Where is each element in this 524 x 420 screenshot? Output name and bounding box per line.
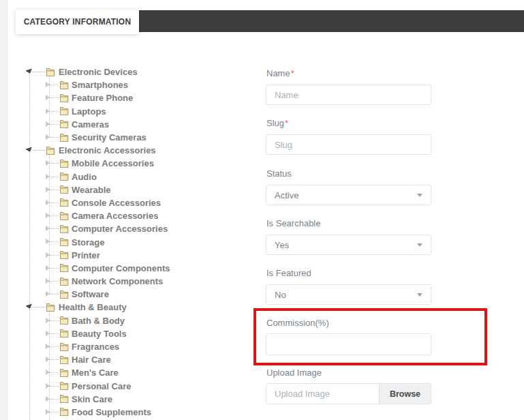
tree-node-label[interactable]: Software	[72, 290, 109, 299]
upload-image-input[interactable]	[266, 384, 379, 404]
expand-triangle-icon[interactable]	[46, 331, 50, 336]
tree-node-label[interactable]: Electronic Devices	[59, 68, 138, 76]
expand-triangle-icon[interactable]	[46, 278, 50, 284]
tree-node-label[interactable]: Console Accessories	[72, 198, 161, 207]
expand-triangle-icon[interactable]	[46, 409, 50, 415]
tree-node-label[interactable]: Computer Accessories	[72, 224, 168, 233]
tree-node[interactable]: Audio	[25, 170, 243, 183]
expand-triangle-icon[interactable]	[46, 239, 50, 244]
tree-node[interactable]: Software	[25, 288, 243, 301]
tree-node-label[interactable]: Security Cameras	[72, 133, 147, 142]
tree-node[interactable]: Security Cameras	[25, 131, 243, 144]
tree-node[interactable]: Men's Care	[25, 366, 243, 379]
tree-node[interactable]: Laptops	[25, 105, 243, 118]
tree-node-root[interactable]: Electronic Devices	[25, 65, 243, 78]
expand-triangle-icon[interactable]	[46, 291, 50, 297]
tree-node-label[interactable]: Smartphones	[72, 80, 128, 89]
folder-icon	[59, 407, 69, 417]
tree-node[interactable]: Hair Care	[25, 353, 243, 366]
name-input[interactable]	[266, 85, 431, 105]
tree-node-label[interactable]: Camera Accessories	[72, 211, 158, 220]
expand-triangle-icon[interactable]	[46, 265, 50, 271]
tree-node[interactable]: Beauty Tools	[25, 327, 243, 340]
expand-triangle-icon[interactable]	[46, 134, 50, 140]
expand-triangle-icon[interactable]	[46, 357, 50, 362]
expand-triangle-icon[interactable]	[46, 82, 50, 87]
expand-triangle-icon[interactable]	[46, 226, 50, 231]
tree-node-label[interactable]: Bath & Body	[72, 316, 125, 325]
tree-node-label[interactable]: Mobile Accessories	[72, 159, 154, 168]
tree-node[interactable]: Skin Care	[25, 393, 243, 406]
tree-node[interactable]: Food Supplements	[25, 406, 243, 419]
tree-node[interactable]: Fragrances	[25, 340, 243, 353]
browse-button[interactable]: Browse	[379, 384, 431, 404]
expand-triangle-icon[interactable]	[46, 200, 50, 205]
tree-node-label[interactable]: Computer Components	[72, 264, 170, 273]
tree-node-label[interactable]: Audio	[72, 172, 97, 181]
tree-node[interactable]: Storage	[25, 235, 243, 248]
expand-triangle-icon[interactable]	[46, 252, 50, 258]
tree-node[interactable]: Network Components	[25, 275, 243, 288]
connector-line	[49, 111, 59, 112]
connector-line	[49, 97, 59, 98]
tree-node[interactable]: Feature Phone	[25, 91, 243, 104]
expand-triangle-icon[interactable]	[46, 318, 50, 323]
expand-triangle-icon[interactable]	[46, 344, 50, 349]
tree-node[interactable]: Console Accessories	[25, 196, 243, 209]
expand-triangle-icon[interactable]	[46, 370, 50, 375]
expand-triangle-icon[interactable]	[46, 174, 50, 179]
expand-triangle-icon[interactable]	[46, 213, 50, 218]
tree-node-label[interactable]: Food Supplements	[72, 408, 151, 417]
expand-triangle-icon[interactable]	[46, 95, 50, 100]
tree-node-label[interactable]: Men's Care	[72, 368, 119, 377]
tree-node-root[interactable]: Electronic Accessories	[25, 144, 243, 157]
folder-icon	[59, 263, 69, 273]
tree-node-root[interactable]: Health & Beauty	[25, 301, 243, 314]
tab-category-information[interactable]: CATEGORY INFORMATION	[16, 10, 139, 34]
tree-node-label[interactable]: Personal Care	[72, 382, 131, 391]
tree-node[interactable]: Mobile Accessories	[25, 157, 243, 170]
connector-line	[49, 241, 59, 242]
expand-triangle-icon[interactable]	[46, 160, 50, 166]
expand-triangle-icon[interactable]	[46, 396, 50, 402]
expand-triangle-icon[interactable]	[46, 108, 50, 114]
tree-node-label[interactable]: Laptops	[72, 107, 106, 116]
tree-node[interactable]: Computer Components	[25, 262, 243, 275]
expand-triangle-icon[interactable]	[46, 121, 50, 127]
tree-node[interactable]: Bath & Body	[25, 314, 243, 327]
tree-node[interactable]: Wearable	[25, 183, 243, 196]
tree-node-label[interactable]: Feature Phone	[72, 93, 133, 102]
expand-triangle-icon[interactable]	[46, 187, 50, 192]
tree-node[interactable]: Camera Accessories	[25, 209, 243, 222]
tree-node[interactable]: Smartphones	[25, 78, 243, 91]
commission-input[interactable]	[266, 333, 431, 355]
caret-down-icon	[417, 243, 422, 247]
connector-line	[49, 412, 59, 412]
tree-node[interactable]: Cameras	[25, 118, 243, 131]
tree-node-label[interactable]: Skin Care	[72, 395, 112, 404]
tree-node[interactable]: Personal Care	[25, 380, 243, 393]
slug-label: Slug*	[266, 118, 288, 129]
tree-node-label[interactable]: Printer	[72, 251, 100, 260]
status-select[interactable]: Active	[266, 185, 431, 205]
tree-node-label[interactable]: Electronic Accessories	[59, 146, 156, 155]
tree-node[interactable]: Computer Accessories	[25, 222, 243, 235]
is-searchable-select[interactable]: Yes	[266, 235, 431, 255]
tree-node-label[interactable]: Fragrances	[72, 342, 119, 351]
collapse-triangle-icon[interactable]	[25, 69, 33, 75]
slug-input[interactable]	[266, 134, 431, 155]
tree-node-label[interactable]: Health & Beauty	[59, 303, 127, 312]
tree-node-label[interactable]: Network Components	[72, 277, 163, 286]
expand-triangle-icon[interactable]	[46, 383, 50, 389]
tree-node-label[interactable]: Wearable	[72, 185, 111, 194]
is-featured-select[interactable]: No	[266, 284, 431, 305]
folder-icon	[59, 106, 69, 116]
connector-line	[49, 386, 59, 387]
tree-node-label[interactable]: Beauty Tools	[72, 329, 127, 338]
collapse-triangle-icon[interactable]	[25, 147, 33, 153]
tree-node-label[interactable]: Storage	[72, 238, 104, 247]
tree-node[interactable]: Printer	[25, 249, 243, 262]
tree-node-label[interactable]: Cameras	[72, 120, 109, 129]
tree-node-label[interactable]: Hair Care	[72, 355, 111, 364]
collapse-triangle-icon[interactable]	[25, 304, 33, 310]
